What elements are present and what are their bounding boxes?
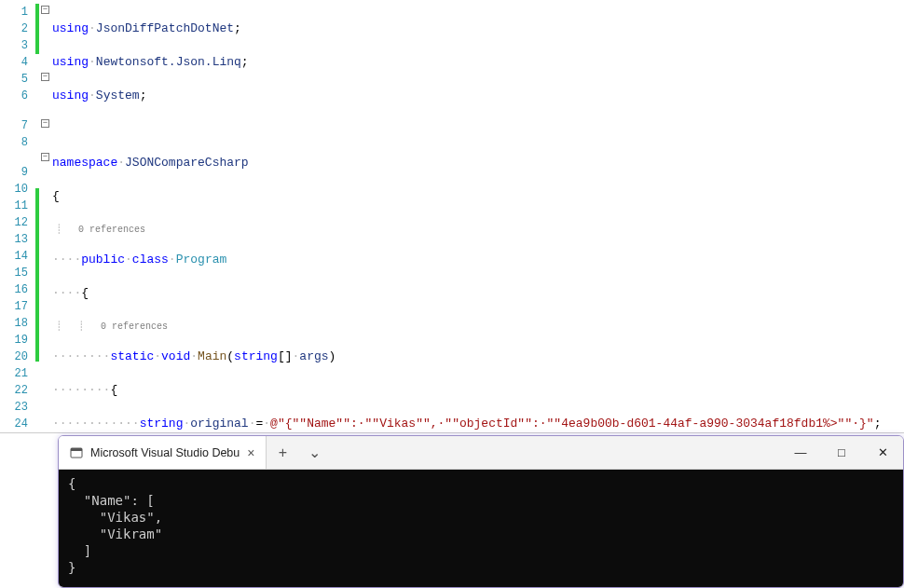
line-number: 19 (0, 332, 35, 349)
line-number: 7 (0, 117, 35, 134)
line-number-gutter: 1 2 3 4 5 6 7 8 9 10 11 12 13 14 15 16 1… (0, 0, 35, 432)
new-tab-button[interactable]: + (267, 436, 298, 469)
line-number: 9 (0, 164, 35, 181)
terminal-output[interactable]: { "Name": [ "Vikas", "Vikram" ] } (59, 470, 903, 587)
namespace-ref: System (96, 88, 140, 104)
line-number: 4 (0, 54, 35, 71)
keyword: static (110, 349, 154, 365)
line-number: 5 (0, 71, 35, 88)
class-name: Program (176, 252, 227, 268)
line-number: 10 (0, 181, 35, 198)
line-number: 15 (0, 265, 35, 281)
parameter: args (299, 349, 328, 365)
keyword: string (140, 416, 184, 432)
line-number: 16 (0, 281, 35, 298)
keyword: using (52, 88, 89, 104)
svg-rect-1 (71, 448, 82, 451)
codelens-references[interactable]: 0 references (101, 321, 168, 332)
line-number: 3 (0, 37, 35, 54)
minimize-button[interactable]: — (780, 436, 821, 469)
fold-column: − − − − (41, 0, 52, 432)
codelens-references[interactable]: 0 references (78, 225, 145, 235)
string-literal: "{""Name"":·""Vikas"",·""objectId"":·""4… (278, 416, 874, 432)
code-editor: 1 2 3 4 5 6 7 8 9 10 11 12 13 14 15 16 1… (0, 0, 904, 433)
string-prefix: @ (270, 416, 278, 432)
line-number: 8 (0, 134, 35, 151)
namespace-ref: Newtonsoft.Json.Linq (96, 54, 241, 71)
keyword: public (81, 252, 125, 268)
change-bar (35, 188, 39, 362)
line-number: 11 (0, 198, 35, 214)
method-name: Main (198, 349, 226, 365)
console-tab-bar: Microsoft Visual Studio Debu × + ⌄ — □ ✕ (59, 436, 903, 470)
line-number: 17 (0, 298, 35, 315)
line-number: 21 (0, 365, 35, 382)
close-button[interactable]: ✕ (862, 436, 903, 469)
keyword: class (132, 252, 169, 268)
keyword: namespace (52, 155, 117, 171)
code-area[interactable]: using·JsonDiffPatchDotNet; using·Newtons… (52, 0, 904, 432)
fold-toggle[interactable]: − (41, 6, 49, 14)
line-number: 12 (0, 214, 35, 231)
console-icon (70, 446, 83, 459)
line-number: 22 (0, 382, 35, 399)
fold-toggle[interactable]: − (41, 73, 49, 81)
change-bar (35, 4, 39, 54)
console-tab-title: Microsoft Visual Studio Debu (90, 446, 240, 459)
keyword: void (161, 349, 190, 365)
keyword: string (234, 349, 278, 365)
line-number: 23 (0, 399, 35, 416)
line-number: 20 (0, 349, 35, 365)
line-number: 6 (0, 88, 35, 104)
fold-toggle[interactable]: − (41, 153, 49, 161)
keyword: using (52, 21, 89, 37)
line-number: 24 (0, 416, 35, 432)
tab-overflow-button[interactable]: ⌄ (298, 436, 330, 469)
line-number: 2 (0, 21, 35, 37)
variable: original (190, 416, 248, 432)
keyword: using (52, 54, 89, 71)
namespace-ref: JsonDiffPatchDotNet (96, 21, 234, 37)
debug-console-window: Microsoft Visual Studio Debu × + ⌄ — □ ✕… (58, 435, 904, 588)
line-number: 1 (0, 4, 35, 21)
tab-close-icon[interactable]: × (247, 445, 254, 460)
console-tab[interactable]: Microsoft Visual Studio Debu × (59, 436, 267, 469)
line-number: 18 (0, 315, 35, 332)
line-number: 25 (0, 432, 35, 433)
line-number: 13 (0, 231, 35, 248)
window-controls: — □ ✕ (780, 436, 903, 469)
maximize-button[interactable]: □ (821, 436, 862, 469)
line-number: 14 (0, 248, 35, 265)
fold-toggle[interactable]: − (41, 119, 49, 128)
namespace-name: JSONCompareCsharp (125, 155, 249, 171)
